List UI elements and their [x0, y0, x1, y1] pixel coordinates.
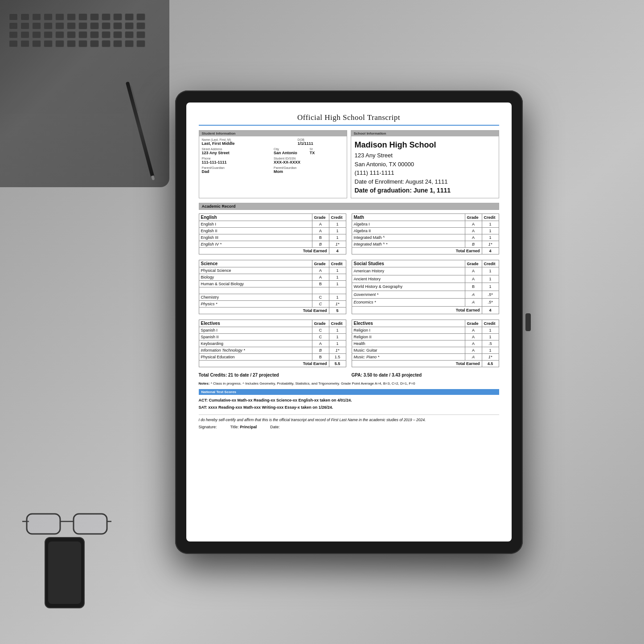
- math-course-1: Algebra I: [352, 221, 465, 228]
- science-course-3: Human & Social Biology: [199, 281, 312, 287]
- credits-label: Total Credits:: [199, 373, 227, 377]
- electives1-credit-5: 1.5: [329, 354, 346, 361]
- english-math-grid: English Grade Credit English I A 1 Engli…: [199, 213, 499, 254]
- electives2-course-3: Health: [352, 340, 465, 347]
- info-row-address: Street Address 123 Any Street City San A…: [202, 148, 344, 155]
- electives2-credit-header: Credit: [482, 320, 499, 327]
- electives2-grade-2: A: [465, 334, 482, 340]
- table-row: Government * A .5*: [352, 291, 499, 299]
- math-credit-header: Credit: [482, 214, 499, 221]
- science-grade-2: A: [312, 274, 329, 281]
- science-course-2: Biology: [199, 274, 312, 281]
- student-info-content: Name (Last, First, M) Last, First Middle…: [199, 136, 347, 176]
- math-credit-2: 1: [482, 228, 499, 234]
- table-row: Music: Piano * A 1*: [352, 354, 499, 361]
- science-course-4: Chemistry: [199, 294, 312, 301]
- table-row: Music: Guitar A 1: [352, 347, 499, 354]
- name-label: Name (Last, First, M): [202, 138, 296, 141]
- electives2-table: Electives Grade Credit Religion I A 1 Re…: [352, 320, 499, 367]
- electives1-total-credit: 5.5: [329, 361, 346, 367]
- sat-line: SAT: xxxx Reading-xxx Math-xxx Writing-x…: [199, 404, 499, 411]
- title-label: Title: Principal: [230, 425, 257, 429]
- signature-line: Signature: Title: Principal Date:: [199, 425, 499, 429]
- school-phone: (111) 111-1111: [355, 168, 495, 177]
- science-total-credit: 5: [329, 308, 346, 314]
- dob-value: 1/1/1111: [298, 141, 344, 146]
- table-row: Health A .5: [352, 340, 499, 347]
- tablet-home-button[interactable]: [525, 313, 531, 331]
- laptop-keys: [9, 13, 146, 47]
- table-row: Physical Education B 1.5: [199, 354, 346, 361]
- table-row: English I A 1: [199, 221, 346, 228]
- info-row-phone: Phone 111-111-1111 Student ID/SSN XXX-XX…: [202, 157, 344, 164]
- table-row: Spanish I C 1: [199, 327, 346, 334]
- electives2-credit-5: 1*: [482, 354, 499, 361]
- english-grade-3: B: [312, 234, 329, 241]
- electives2-credit-4: 1: [482, 347, 499, 354]
- table-row: Keyboarding A 1: [199, 340, 346, 347]
- enrollment-line: Date of Enrollment: August 24, 1111: [355, 177, 495, 186]
- field-phone: Phone 111-111-1111: [202, 157, 272, 164]
- science-grade-5: C: [312, 301, 329, 308]
- social-subject-header: Social Studies: [352, 260, 465, 267]
- electives1-total-row: Total Earned 5.5: [199, 361, 346, 367]
- student-info-header: Student Information: [199, 131, 347, 136]
- english-course-3: English III: [199, 234, 312, 241]
- english-total-label: Total Earned: [199, 248, 329, 254]
- sat-label: SAT:: [199, 405, 207, 410]
- table-row: Physical Science A 1: [199, 267, 346, 274]
- enrollment-date: August 24, 1111: [406, 178, 448, 185]
- math-course-4: Integrated Math ^ *: [352, 241, 465, 248]
- credits-value: 21 to date / 27 projected: [228, 373, 279, 377]
- field-guardian1: Parent/Guardian Dad: [202, 166, 272, 174]
- phone-decoration: [45, 537, 85, 608]
- math-course-2: Algebra II: [352, 228, 465, 234]
- math-total-label: Total Earned: [352, 248, 482, 254]
- table-row: Human & Social Biology B 1: [199, 281, 346, 287]
- info-row-guardian: Parent/Guardian Dad Parent/Gaurdian Mom: [202, 166, 344, 174]
- school-street: 123 Any Street: [355, 151, 495, 160]
- field-name: Name (Last, First, M) Last, First Middle: [202, 138, 296, 146]
- electives2-grade-header: Grade: [465, 320, 482, 327]
- electives2-grade-4: A: [465, 347, 482, 354]
- math-grade-1: A: [465, 221, 482, 228]
- electives1-credit-header: Credit: [329, 320, 346, 327]
- name-value: Last, First Middle: [202, 141, 296, 146]
- certification-section: I do hereby self-certify and affirm that…: [199, 414, 499, 429]
- address-label: Street Address: [202, 148, 272, 151]
- info-grid: Student Information Name (Last, First, M…: [199, 130, 499, 198]
- phone-value: 111-111-1111: [202, 160, 272, 164]
- sat-text: xxxx Reading-xxx Math-xxx Writing-xxx Es…: [208, 405, 333, 410]
- social-grade-5: A: [465, 299, 482, 307]
- science-course-5: Physics *: [199, 301, 312, 308]
- social-credit-4: .5*: [482, 291, 499, 299]
- electives1-course-3: Keyboarding: [199, 340, 312, 347]
- dob-label: DOB: [298, 138, 344, 141]
- electives1-total-label: Total Earned: [199, 361, 329, 367]
- science-credit-3: 1: [329, 281, 346, 287]
- electives2-grade-5: A: [465, 354, 482, 361]
- social-grade-1: A: [465, 267, 482, 275]
- table-row: English III B 1: [199, 234, 346, 241]
- electives2-credit-2: 1: [482, 334, 499, 340]
- math-grade-header: Grade: [465, 214, 482, 221]
- graduation-date: June 1, 1111: [414, 187, 451, 194]
- notes-section: Notes: * Class in progress. ^ Includes G…: [199, 381, 499, 386]
- science-grade-header: Grade: [312, 260, 329, 267]
- field-ssn: Student ID/SSN XXX-XX-XXXX: [274, 157, 344, 164]
- social-credit-1: 1: [482, 267, 499, 275]
- table-row: Integrated Math ^ A 1: [352, 234, 499, 241]
- state-label: St: [310, 148, 344, 151]
- table-row: [199, 287, 346, 294]
- school-info-header: School Information: [351, 131, 499, 136]
- english-credit-2: 1: [329, 228, 346, 234]
- electives2-course-4: Music: Guitar: [352, 347, 465, 354]
- english-table: English Grade Credit English I A 1 Engli…: [199, 213, 346, 254]
- electives1-grade-header: Grade: [312, 320, 329, 327]
- science-subject-header: Science: [199, 260, 312, 267]
- social-grade-2: A: [465, 275, 482, 283]
- english-credit-1: 1: [329, 221, 346, 228]
- info-row-name: Name (Last, First, M) Last, First Middle…: [202, 138, 344, 146]
- science-table: Science Grade Credit Physical Science A …: [199, 260, 346, 314]
- electives2-course-1: Religion I: [352, 327, 465, 334]
